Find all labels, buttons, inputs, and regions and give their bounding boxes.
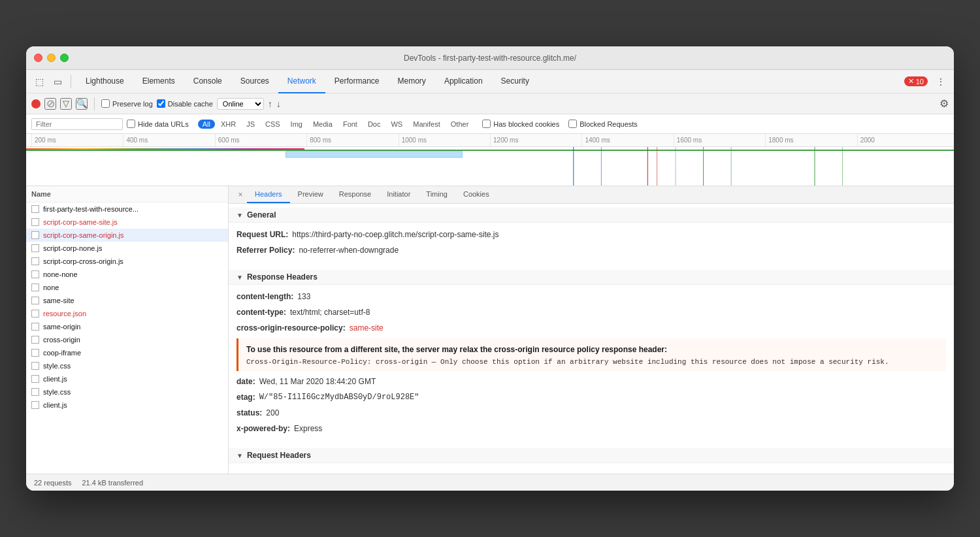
tab-elements[interactable]: Elements: [133, 70, 184, 93]
file-name: script-corp-cross-origin.js: [43, 257, 123, 265]
file-checkbox[interactable]: [31, 336, 39, 344]
file-checkbox[interactable]: [31, 310, 39, 317]
file-name: resource.json: [43, 310, 86, 317]
list-item[interactable]: client.js: [26, 399, 228, 412]
file-checkbox[interactable]: [31, 218, 39, 226]
tab-application[interactable]: Application: [435, 70, 492, 93]
window-title: DevTools - first-party-test-with-resourc…: [404, 54, 576, 63]
tick-1800: 1800 ms: [765, 134, 857, 146]
filter-tab-doc[interactable]: Doc: [363, 120, 385, 129]
tab-response[interactable]: Response: [331, 186, 380, 203]
maximize-button[interactable]: [60, 54, 69, 62]
tab-network[interactable]: Network: [278, 70, 325, 93]
filter-tab-other[interactable]: Other: [446, 120, 474, 129]
upload-icon[interactable]: ↑: [268, 99, 272, 109]
request-headers-section-header[interactable]: ▼ Request Headers: [229, 448, 954, 463]
tab-headers[interactable]: Headers: [247, 186, 290, 203]
file-checkbox[interactable]: [31, 231, 39, 239]
preserve-log-checkbox[interactable]: [101, 99, 110, 108]
tab-security[interactable]: Security: [492, 70, 538, 93]
list-item[interactable]: coop-iframe: [26, 346, 228, 359]
filter-tab-css[interactable]: CSS: [261, 120, 285, 129]
has-blocked-cookies-checkbox[interactable]: [482, 120, 491, 128]
filter-tab-font[interactable]: Font: [338, 120, 362, 129]
tab-cookies[interactable]: Cookies: [455, 186, 497, 203]
filter-row: Hide data URLs All XHR JS CSS Img Media …: [26, 114, 954, 134]
filter-icon[interactable]: ▽: [60, 98, 72, 110]
file-checkbox[interactable]: [31, 401, 39, 409]
tab-initiator[interactable]: Initiator: [379, 186, 418, 203]
hide-data-urls-checkbox[interactable]: [127, 120, 135, 128]
disable-cache-checkbox[interactable]: [157, 99, 165, 108]
throttle-select[interactable]: Online Offline Slow 3G Fast 3G: [217, 98, 264, 110]
filter-input[interactable]: [31, 118, 123, 130]
file-checkbox[interactable]: [31, 205, 39, 213]
has-blocked-cookies-label[interactable]: Has blocked cookies: [482, 120, 559, 128]
disable-cache-label[interactable]: Disable cache: [157, 99, 213, 108]
tab-preview[interactable]: Preview: [290, 186, 331, 203]
tab-console[interactable]: Console: [184, 70, 231, 93]
close-button[interactable]: [34, 54, 42, 62]
list-item[interactable]: same-origin: [26, 320, 228, 333]
blocked-requests-checkbox[interactable]: [568, 120, 577, 128]
file-checkbox[interactable]: [31, 270, 39, 278]
list-item[interactable]: style.css: [26, 385, 228, 399]
list-item[interactable]: resource.json: [26, 307, 228, 320]
search-icon[interactable]: 🔍: [76, 98, 88, 110]
general-section-body: Request URL: https://third-party-no-coep…: [229, 223, 954, 262]
file-checkbox[interactable]: [31, 323, 39, 331]
file-checkbox[interactable]: [31, 349, 39, 357]
list-item[interactable]: client.js: [26, 372, 228, 385]
file-checkbox[interactable]: [31, 362, 39, 370]
list-item[interactable]: first-party-test-with-resource...: [26, 203, 228, 216]
file-checkbox[interactable]: [31, 375, 39, 383]
tab-timing[interactable]: Timing: [418, 186, 455, 203]
tab-memory[interactable]: Memory: [389, 70, 435, 93]
settings-icon[interactable]: ⚙: [939, 97, 949, 110]
filter-tab-xhr[interactable]: XHR: [216, 120, 240, 129]
filter-tab-img[interactable]: Img: [286, 120, 307, 129]
list-item[interactable]: same-site: [26, 294, 228, 307]
list-item[interactable]: script-corp-same-site.js: [26, 216, 228, 229]
blocked-requests-label[interactable]: Blocked Requests: [568, 120, 638, 128]
minimize-button[interactable]: [47, 54, 56, 62]
general-section-header[interactable]: ▼ General: [229, 208, 954, 223]
file-checkbox[interactable]: [31, 244, 39, 252]
list-item[interactable]: script-corp-none.js: [26, 242, 228, 255]
cursor-icon[interactable]: ⬚: [31, 74, 47, 90]
tab-sources[interactable]: Sources: [231, 70, 278, 93]
preserve-log-label[interactable]: Preserve log: [101, 99, 153, 108]
hide-data-urls-label[interactable]: Hide data URLs: [127, 120, 189, 128]
list-item[interactable]: cross-origin: [26, 333, 228, 346]
file-checkbox[interactable]: [31, 388, 39, 396]
file-checkbox[interactable]: [31, 257, 39, 265]
list-item[interactable]: script-corp-same-origin.js: [26, 229, 228, 242]
filter-tab-manifest[interactable]: Manifest: [408, 120, 445, 129]
timeline-visual: [26, 147, 954, 186]
filter-tab-ws[interactable]: WS: [386, 120, 407, 129]
more-options-icon[interactable]: ⋮: [933, 74, 949, 90]
filter-tab-media[interactable]: Media: [308, 120, 337, 129]
filter-type-tabs: All XHR JS CSS Img Media Font Doc WS Man…: [198, 120, 474, 129]
tab-performance[interactable]: Performance: [325, 70, 389, 93]
list-item[interactable]: style.css: [26, 359, 228, 372]
file-checkbox[interactable]: [31, 284, 39, 291]
tab-lighthouse[interactable]: Lighthouse: [76, 70, 133, 93]
stop-button[interactable]: ⊘: [44, 98, 56, 110]
file-name: first-party-test-with-resource...: [43, 205, 139, 213]
response-headers-section-header[interactable]: ▼ Response Headers: [229, 270, 954, 285]
close-detail-button[interactable]: ×: [234, 188, 247, 201]
error-icon: ✕: [908, 77, 914, 86]
list-item[interactable]: none: [26, 281, 228, 294]
list-item[interactable]: script-corp-cross-origin.js: [26, 255, 228, 268]
record-button[interactable]: [31, 99, 41, 108]
filter-tab-all[interactable]: All: [198, 120, 215, 129]
device-toggle-icon[interactable]: ▭: [50, 74, 65, 90]
file-name: script-corp-same-origin.js: [43, 231, 123, 239]
section-arrow-icon: ▼: [237, 212, 243, 219]
tick-1400: 1400 ms: [581, 134, 673, 146]
filter-tab-js[interactable]: JS: [242, 120, 259, 129]
file-checkbox[interactable]: [31, 297, 39, 304]
list-item[interactable]: none-none: [26, 268, 228, 281]
download-icon[interactable]: ↓: [276, 99, 281, 109]
